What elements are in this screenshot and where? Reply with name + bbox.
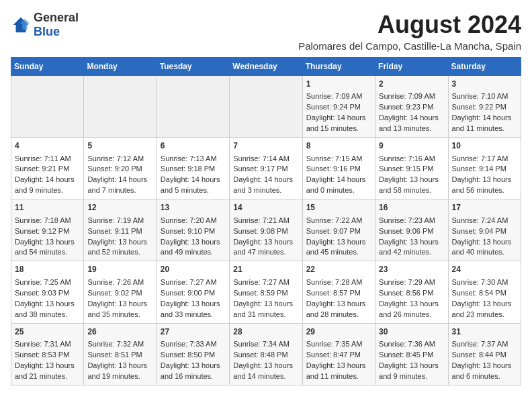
day-number: 18: [15, 264, 80, 275]
calendar-cell: [11, 76, 84, 138]
day-header-thursday: Thursday: [302, 58, 375, 76]
daylight-label: Daylight: 13 hours and 33 minutes.: [161, 300, 220, 318]
day-number: 31: [452, 326, 517, 338]
day-number: 8: [306, 140, 371, 152]
day-header-tuesday: Tuesday: [157, 58, 229, 76]
day-number: 6: [161, 140, 226, 152]
daylight-label: Daylight: 13 hours and 28 minutes.: [306, 300, 366, 318]
calendar-cell: 1Sunrise: 7:09 AMSunset: 9:24 PMDaylight…: [302, 76, 375, 138]
calendar-cell: 3Sunrise: 7:10 AMSunset: 9:22 PMDaylight…: [448, 76, 521, 138]
sunset-label: Sunset: 8:57 PM: [306, 289, 361, 297]
week-row-0: 1Sunrise: 7:09 AMSunset: 9:24 PMDaylight…: [11, 76, 521, 138]
day-number: 20: [161, 264, 226, 275]
daylight-label: Daylight: 13 hours and 40 minutes.: [452, 238, 512, 257]
calendar-cell: 25Sunrise: 7:31 AMSunset: 8:53 PMDayligh…: [11, 323, 84, 385]
calendar-cell: 9Sunrise: 7:16 AMSunset: 9:15 PMDaylight…: [375, 138, 448, 199]
calendar-cell: 29Sunrise: 7:35 AMSunset: 8:47 PMDayligh…: [302, 323, 375, 385]
day-number: 30: [379, 326, 444, 338]
day-number: 25: [15, 326, 80, 338]
calendar-cell: 5Sunrise: 7:12 AMSunset: 9:20 PMDaylight…: [84, 138, 157, 199]
sunrise-label: Sunrise: 7:35 AM: [306, 340, 363, 348]
sunrise-label: Sunrise: 7:19 AM: [87, 216, 144, 224]
sunset-label: Sunset: 9:07 PM: [306, 227, 361, 235]
daylight-label: Daylight: 13 hours and 21 minutes.: [15, 361, 75, 380]
day-number: 28: [233, 326, 298, 338]
day-number: 12: [87, 202, 152, 214]
calendar-cell: 15Sunrise: 7:22 AMSunset: 9:07 PMDayligh…: [302, 199, 375, 261]
sunrise-label: Sunrise: 7:34 AM: [233, 340, 290, 348]
sunrise-label: Sunrise: 7:09 AM: [306, 92, 363, 100]
daylight-label: Daylight: 13 hours and 19 minutes.: [87, 361, 147, 380]
daylight-label: Daylight: 13 hours and 31 minutes.: [233, 300, 293, 318]
sunset-label: Sunset: 9:06 PM: [379, 227, 433, 235]
daylight-label: Daylight: 13 hours and 35 minutes.: [87, 300, 147, 318]
day-number: 19: [87, 264, 152, 275]
daylight-label: Daylight: 13 hours and 6 minutes.: [452, 361, 512, 380]
main-title: August 2024: [298, 11, 521, 39]
week-row-1: 4Sunrise: 7:11 AMSunset: 9:21 PMDaylight…: [11, 138, 521, 199]
calendar-cell: [84, 76, 157, 138]
sunrise-label: Sunrise: 7:25 AM: [15, 278, 71, 286]
daylight-label: Daylight: 13 hours and 11 minutes.: [306, 361, 366, 380]
sunset-label: Sunset: 9:18 PM: [161, 165, 215, 173]
calendar-cell: [230, 76, 302, 138]
sunset-label: Sunset: 9:12 PM: [15, 227, 69, 235]
day-number: 21: [233, 264, 298, 275]
sunset-label: Sunset: 9:04 PM: [452, 227, 506, 235]
day-number: 16: [379, 202, 444, 214]
sunset-label: Sunset: 8:47 PM: [306, 351, 361, 359]
sunset-label: Sunset: 9:14 PM: [452, 165, 506, 173]
daylight-label: Daylight: 13 hours and 54 minutes.: [15, 238, 75, 257]
sunrise-label: Sunrise: 7:17 AM: [452, 154, 508, 163]
daylight-label: Daylight: 13 hours and 26 minutes.: [379, 300, 439, 318]
daylight-label: Daylight: 13 hours and 47 minutes.: [233, 238, 293, 257]
daylight-label: Daylight: 13 hours and 9 minutes.: [379, 361, 439, 380]
calendar-cell: 26Sunrise: 7:32 AMSunset: 8:51 PMDayligh…: [84, 323, 157, 385]
calendar-cell: 19Sunrise: 7:26 AMSunset: 9:02 PMDayligh…: [84, 261, 157, 323]
calendar-cell: 23Sunrise: 7:29 AMSunset: 8:56 PMDayligh…: [375, 261, 448, 323]
sunrise-label: Sunrise: 7:33 AM: [161, 340, 217, 348]
calendar-cell: 4Sunrise: 7:11 AMSunset: 9:21 PMDaylight…: [11, 138, 84, 199]
header: General Blue August 2024 Palomares del C…: [11, 11, 521, 52]
calendar-cell: 13Sunrise: 7:20 AMSunset: 9:10 PMDayligh…: [157, 199, 229, 261]
calendar-cell: 2Sunrise: 7:09 AMSunset: 9:23 PMDaylight…: [375, 76, 448, 138]
sunset-label: Sunset: 9:10 PM: [161, 227, 215, 235]
daylight-label: Daylight: 13 hours and 38 minutes.: [15, 300, 75, 318]
day-header-monday: Monday: [84, 58, 157, 76]
sunset-label: Sunset: 9:11 PM: [87, 227, 142, 235]
daylight-label: Daylight: 14 hours and 9 minutes.: [15, 175, 75, 194]
calendar-cell: 27Sunrise: 7:33 AMSunset: 8:50 PMDayligh…: [157, 323, 229, 385]
calendar-header: SundayMondayTuesdayWednesdayThursdayFrid…: [11, 58, 521, 76]
calendar-cell: 30Sunrise: 7:36 AMSunset: 8:45 PMDayligh…: [375, 323, 448, 385]
sunrise-label: Sunrise: 7:13 AM: [161, 154, 217, 163]
calendar-cell: 17Sunrise: 7:24 AMSunset: 9:04 PMDayligh…: [448, 199, 521, 261]
day-header-friday: Friday: [375, 58, 448, 76]
day-number: 7: [233, 140, 298, 152]
sunrise-label: Sunrise: 7:20 AM: [161, 216, 217, 224]
logo-icon: [11, 15, 31, 35]
day-header-saturday: Saturday: [448, 58, 521, 76]
day-number: 23: [379, 264, 444, 275]
calendar-body: 1Sunrise: 7:09 AMSunset: 9:24 PMDaylight…: [11, 76, 521, 385]
calendar-cell: 8Sunrise: 7:15 AMSunset: 9:16 PMDaylight…: [302, 138, 375, 199]
day-number: 14: [233, 202, 298, 214]
calendar-cell: [157, 76, 229, 138]
sunrise-label: Sunrise: 7:11 AM: [15, 154, 71, 163]
sunset-label: Sunset: 9:23 PM: [379, 103, 433, 111]
sunrise-label: Sunrise: 7:27 AM: [233, 278, 290, 286]
sunset-label: Sunset: 9:22 PM: [452, 103, 506, 111]
sunset-label: Sunset: 9:21 PM: [15, 165, 69, 173]
sunset-label: Sunset: 9:08 PM: [233, 227, 287, 235]
calendar-cell: 10Sunrise: 7:17 AMSunset: 9:14 PMDayligh…: [448, 138, 521, 199]
subtitle: Palomares del Campo, Castille-La Mancha,…: [298, 40, 521, 52]
calendar-cell: 28Sunrise: 7:34 AMSunset: 8:48 PMDayligh…: [230, 323, 302, 385]
sunset-label: Sunset: 9:24 PM: [306, 103, 361, 111]
calendar-cell: 14Sunrise: 7:21 AMSunset: 9:08 PMDayligh…: [230, 199, 302, 261]
calendar-cell: 24Sunrise: 7:30 AMSunset: 8:54 PMDayligh…: [448, 261, 521, 323]
calendar-cell: 18Sunrise: 7:25 AMSunset: 9:03 PMDayligh…: [11, 261, 84, 323]
day-number: 1: [306, 79, 371, 90]
sunset-label: Sunset: 8:48 PM: [233, 351, 287, 359]
calendar-cell: 22Sunrise: 7:28 AMSunset: 8:57 PMDayligh…: [302, 261, 375, 323]
daylight-label: Daylight: 14 hours and 5 minutes.: [161, 175, 220, 194]
sunrise-label: Sunrise: 7:22 AM: [306, 216, 363, 224]
